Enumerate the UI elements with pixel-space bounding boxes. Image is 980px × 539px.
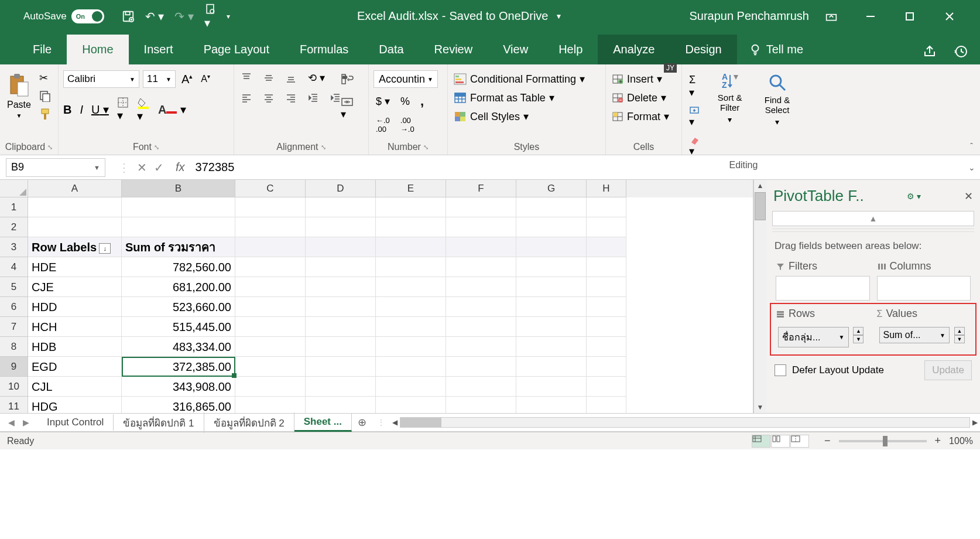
page-break-view-button[interactable] (790, 435, 809, 448)
hscroll-thumb[interactable] (400, 418, 441, 427)
history-icon[interactable] (954, 45, 968, 59)
filters-area[interactable]: Filters (772, 258, 873, 303)
zoom-out-button[interactable]: − (821, 435, 834, 447)
column-header-e[interactable]: E (376, 180, 446, 197)
username[interactable]: Surapun Penchamrush (689, 9, 809, 23)
cell[interactable] (587, 397, 626, 413)
cell[interactable] (516, 317, 587, 337)
pivot-fields-list[interactable] (772, 228, 974, 232)
cell[interactable] (516, 237, 587, 257)
column-header-h[interactable]: H (587, 180, 626, 197)
cell[interactable] (376, 297, 446, 317)
tab-view[interactable]: View (488, 35, 543, 64)
cell[interactable] (235, 317, 306, 337)
hscroll-left-icon[interactable]: ◀ (392, 417, 398, 428)
cell[interactable] (587, 257, 626, 277)
cell[interactable] (306, 397, 376, 413)
increase-font-icon[interactable]: A▴ (179, 71, 195, 87)
percent-format-icon[interactable]: % (398, 94, 412, 109)
rows-area[interactable]: Rows ชื่อกลุ่ม...▼ ▲▼ (772, 305, 873, 353)
name-box[interactable]: B9▼ (6, 158, 105, 177)
pivot-settings-icon[interactable]: ⚙ ▾ (907, 192, 921, 201)
column-header-g[interactable]: G (516, 180, 587, 197)
orientation-icon[interactable]: ⟲ ▾ (306, 70, 327, 86)
row-header[interactable]: 8 (0, 337, 28, 357)
decrease-decimal-icon[interactable]: .00→.0 (398, 115, 417, 135)
zoom-slider[interactable] (839, 440, 927, 442)
cell[interactable] (516, 337, 587, 357)
cell[interactable] (376, 277, 446, 297)
cell[interactable] (446, 397, 516, 413)
column-header-c[interactable]: C (235, 180, 306, 197)
cut-icon[interactable]: ✂ (37, 70, 53, 86)
tab-review[interactable]: Review (419, 35, 488, 64)
cell[interactable] (446, 357, 516, 377)
merge-center-icon[interactable]: ▾ (338, 95, 356, 122)
cell[interactable] (376, 357, 446, 377)
cell[interactable] (376, 237, 446, 257)
pivot-fields-expand[interactable]: ▲ (772, 211, 974, 226)
format-painter-icon[interactable] (37, 107, 53, 122)
cell[interactable] (516, 197, 587, 217)
row-field-up[interactable]: ▲ (853, 327, 864, 335)
select-all-button[interactable] (0, 180, 28, 197)
cell[interactable]: Sum of รวมราคา (122, 237, 235, 257)
hscroll-right-icon[interactable]: ▶ (972, 417, 978, 428)
sheet-tab-input-control[interactable]: Input Control (37, 414, 114, 431)
font-launcher-icon[interactable]: ⤡ (154, 144, 159, 151)
cell[interactable]: 681,200.00 (122, 277, 235, 297)
comma-format-icon[interactable]: , (418, 93, 426, 110)
maximize-button[interactable] (905, 12, 928, 21)
cell[interactable]: HDE (28, 257, 122, 277)
column-header-a[interactable]: A (28, 180, 122, 197)
fx-icon[interactable]: fx (171, 161, 190, 174)
row-header[interactable]: 2 (0, 217, 28, 237)
align-left-icon[interactable] (239, 91, 254, 104)
font-name-select[interactable]: Calibri▼ (63, 70, 139, 88)
tell-me-search[interactable]: Tell me (737, 43, 815, 64)
title-dropdown-icon[interactable]: ▼ (556, 12, 563, 21)
autosum-icon[interactable]: Σ ▾ (687, 73, 702, 100)
borders-icon[interactable]: ▾ (117, 97, 129, 122)
cell[interactable] (235, 237, 306, 257)
bold-button[interactable]: B (63, 103, 71, 117)
row-header[interactable]: 10 (0, 377, 28, 397)
row-header[interactable]: 1 (0, 197, 28, 217)
tab-data[interactable]: Data (364, 35, 419, 64)
find-select-button[interactable]: Find & Select▾ (754, 70, 800, 129)
fill-color-icon[interactable]: ▾ (137, 96, 150, 123)
cell[interactable] (446, 217, 516, 237)
redo-icon[interactable]: ↷ ▾ (174, 9, 194, 23)
filter-dropdown-icon[interactable]: ↓ (99, 243, 111, 254)
cell[interactable] (235, 337, 306, 357)
tab-insert[interactable]: Insert (129, 35, 189, 64)
cell[interactable] (516, 257, 587, 277)
increase-decimal-icon[interactable]: ←.0.00 (374, 115, 392, 135)
vertical-scrollbar[interactable]: ▲ ▼ (753, 180, 766, 413)
cell[interactable] (376, 197, 446, 217)
save-icon[interactable] (122, 10, 135, 23)
cell[interactable] (446, 257, 516, 277)
share-icon[interactable] (923, 45, 937, 59)
cell[interactable] (306, 317, 376, 337)
decrease-font-icon[interactable]: A▾ (198, 72, 213, 86)
cell[interactable] (446, 317, 516, 337)
cell[interactable]: 316,865.00 (122, 397, 235, 413)
cell[interactable] (446, 377, 516, 397)
underline-button[interactable]: U ▾ (91, 103, 109, 117)
cell[interactable] (516, 357, 587, 377)
italic-button[interactable]: I (80, 103, 83, 117)
value-field-down[interactable]: ▼ (954, 335, 965, 343)
cell[interactable] (587, 277, 626, 297)
zoom-in-button[interactable]: + (931, 435, 945, 447)
sheet-tab-abnormal-2[interactable]: ข้อมูลที่ผิดปกติ 2 (204, 412, 294, 433)
cell[interactable] (376, 217, 446, 237)
align-center-icon[interactable] (261, 91, 276, 104)
cell[interactable]: HCH (28, 317, 122, 337)
cell[interactable] (306, 277, 376, 297)
align-right-icon[interactable] (283, 91, 299, 104)
column-header-f[interactable]: F (446, 180, 516, 197)
row-header[interactable]: 3 (0, 237, 28, 257)
accounting-format-icon[interactable]: $ ▾ (374, 94, 392, 109)
autosave-switch[interactable]: On (71, 9, 104, 23)
